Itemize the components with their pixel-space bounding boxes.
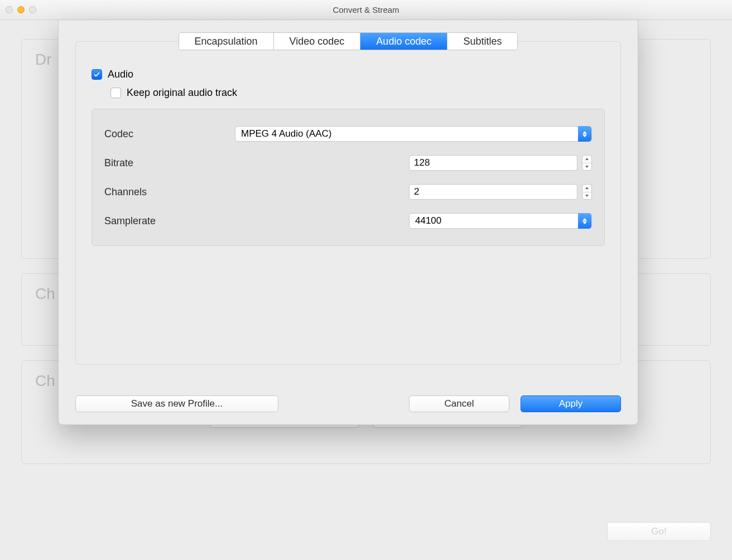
stepper-down-icon[interactable]: [582, 192, 591, 200]
bitrate-value: 128: [414, 157, 430, 168]
window-title: Convert & Stream: [0, 5, 732, 15]
tab-subtitles[interactable]: Subtitles: [447, 33, 517, 50]
keep-original-checkbox[interactable]: [110, 88, 121, 98]
samplerate-select[interactable]: 44100: [409, 213, 592, 229]
bg-panel-2-hint: Ch: [35, 285, 55, 302]
bg-panel-3-hint: Ch: [35, 372, 55, 389]
select-arrows-icon: [578, 213, 591, 229]
audio-enable-row: Audio: [92, 69, 605, 80]
go-button[interactable]: Go!: [607, 522, 711, 541]
codec-select[interactable]: MPEG 4 Audio (AAC): [235, 126, 592, 142]
audio-codec-panel: Audio Keep original audio track Codec MP…: [75, 41, 621, 365]
tab-audio-codec[interactable]: Audio codec: [360, 33, 447, 50]
titlebar: Convert & Stream: [0, 0, 732, 20]
audio-settings-panel: Codec MPEG 4 Audio (AAC) Bitrate 128: [92, 109, 605, 246]
codec-label: Codec: [104, 128, 235, 140]
stepper-up-icon[interactable]: [582, 156, 591, 163]
bitrate-label: Bitrate: [104, 157, 235, 169]
cancel-button[interactable]: Cancel: [409, 395, 509, 412]
codec-select-value: MPEG 4 Audio (AAC): [241, 128, 332, 139]
stepper-up-icon[interactable]: [582, 185, 591, 192]
zoom-window-icon[interactable]: [29, 6, 36, 13]
channels-label: Channels: [104, 186, 235, 198]
codec-tabs: Encapsulation Video codec Audio codec Su…: [179, 32, 518, 50]
samplerate-value: 44100: [415, 215, 441, 226]
window-traffic-lights: [6, 6, 36, 13]
save-profile-button[interactable]: Save as new Profile...: [75, 395, 278, 412]
sheet-footer: Save as new Profile... Cancel Apply: [75, 395, 621, 412]
check-icon: [93, 71, 100, 78]
select-arrows-icon: [578, 126, 591, 142]
keep-original-row: Keep original audio track: [110, 87, 605, 99]
bg-panel-1-hint: Dr: [35, 51, 52, 68]
stepper-down-icon[interactable]: [582, 163, 591, 171]
bitrate-input[interactable]: 128: [409, 155, 577, 171]
close-window-icon[interactable]: [6, 6, 13, 13]
minimize-window-icon[interactable]: [17, 6, 25, 13]
keep-original-label: Keep original audio track: [127, 87, 237, 99]
bitrate-stepper[interactable]: [582, 155, 592, 171]
apply-button[interactable]: Apply: [521, 395, 621, 412]
tab-encapsulation[interactable]: Encapsulation: [179, 33, 274, 50]
audio-enable-label: Audio: [108, 69, 133, 80]
samplerate-label: Samplerate: [104, 215, 235, 227]
audio-enable-checkbox[interactable]: [92, 69, 102, 80]
channels-input[interactable]: 2: [409, 184, 577, 200]
channels-stepper[interactable]: [582, 184, 592, 200]
profile-sheet: Encapsulation Video codec Audio codec Su…: [58, 20, 638, 425]
channels-value: 2: [414, 186, 419, 197]
tab-video-codec[interactable]: Video codec: [274, 33, 361, 50]
